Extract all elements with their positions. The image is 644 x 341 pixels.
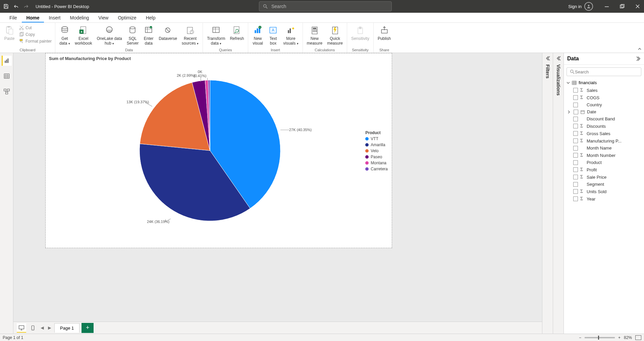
menu-tab-view[interactable]: View (94, 13, 113, 22)
search-bar[interactable] (259, 1, 392, 11)
field-checkbox[interactable] (573, 153, 578, 158)
signin-button[interactable]: Sign in (568, 2, 593, 11)
field-row[interactable]: Σ Sales (564, 87, 644, 94)
legend-item[interactable]: Montana (365, 161, 388, 165)
publish-button[interactable]: Publish (376, 24, 393, 42)
field-row[interactable]: ΣProfit (564, 166, 644, 173)
field-row[interactable]: Segment (564, 181, 644, 188)
paste-button[interactable]: Paste (2, 24, 17, 42)
maximize-icon[interactable] (619, 3, 626, 10)
collapse-ribbon-icon[interactable] (637, 47, 642, 51)
field-checkbox[interactable] (573, 95, 578, 100)
group-label-share: Share (379, 48, 389, 53)
field-row[interactable]: Country (564, 101, 644, 108)
visualizations-pane-collapsed[interactable]: Visualizations (553, 53, 564, 334)
chevron-right-icon[interactable] (635, 56, 641, 61)
recent-sources-icon (185, 25, 196, 36)
search-input[interactable] (271, 4, 388, 9)
field-row[interactable]: ΣYear (564, 195, 644, 203)
field-checkbox[interactable] (573, 175, 578, 179)
get-data-button[interactable]: Get data ▾ (57, 24, 72, 47)
field-checkbox[interactable] (573, 146, 578, 151)
zoom-in-button[interactable]: + (618, 335, 621, 340)
refresh-icon (231, 25, 242, 36)
enter-data-button[interactable]: +Enter data (141, 24, 156, 46)
sensitivity-button[interactable]: Sensitivity (349, 24, 371, 42)
chevron-left-icon[interactable] (556, 56, 561, 61)
field-row[interactable]: ΣUnits Sold (564, 188, 644, 195)
save-icon[interactable] (3, 3, 9, 10)
copy-button[interactable]: Copy (17, 32, 53, 38)
fit-to-page-icon[interactable] (635, 335, 641, 340)
menu-tab-optimize[interactable]: Optimize (113, 13, 141, 22)
recent-sources-button[interactable]: Recent sources ▾ (180, 24, 201, 47)
field-row[interactable]: ΣDiscounts (564, 122, 644, 130)
new-visual-button[interactable]: +New visual (250, 24, 265, 46)
legend-item[interactable]: VTT (365, 136, 388, 141)
mobile-layout-icon[interactable] (28, 323, 38, 333)
minimize-icon[interactable] (603, 3, 610, 10)
field-row[interactable]: Discount Band (564, 115, 644, 122)
prev-page-icon[interactable]: ◄ (40, 325, 45, 331)
legend-item[interactable]: Paseo (365, 155, 388, 159)
chevron-left-icon[interactable] (545, 56, 550, 61)
redo-icon[interactable] (23, 3, 30, 10)
close-icon[interactable] (634, 3, 641, 10)
legend-item[interactable]: Velo (365, 149, 388, 153)
field-checkbox[interactable] (573, 160, 578, 165)
field-row[interactable]: Month Name (564, 145, 644, 152)
field-checkbox[interactable] (573, 103, 578, 107)
menu-tab-insert[interactable]: Insert (44, 13, 65, 22)
page-tab[interactable]: Page 1 (54, 323, 79, 333)
new-measure-button[interactable]: New measure (305, 24, 325, 46)
field-checkbox[interactable] (573, 131, 578, 136)
field-checkbox[interactable] (574, 110, 578, 114)
format-painter-button[interactable]: Format painter (17, 38, 53, 44)
undo-icon[interactable] (13, 3, 19, 10)
data-search[interactable] (567, 67, 641, 76)
refresh-button[interactable]: Refresh (228, 24, 246, 42)
field-checkbox[interactable] (573, 189, 578, 194)
data-view-icon[interactable] (2, 71, 12, 81)
next-page-icon[interactable]: ► (47, 325, 52, 331)
model-view-icon[interactable] (2, 87, 12, 97)
legend-item[interactable]: Amarilla (365, 143, 388, 147)
field-row[interactable]: ΣManufacturing P... (564, 137, 644, 145)
field-row[interactable]: ΣMonth Number (564, 152, 644, 159)
excel-workbook-button[interactable]: XExcel workbook (73, 24, 94, 46)
report-view-icon[interactable] (2, 56, 12, 66)
field-row[interactable]: ΣGross Sales (564, 130, 644, 137)
field-checkbox[interactable] (573, 117, 578, 121)
menu-tab-file[interactable]: File (5, 13, 22, 22)
zoom-out-button[interactable]: − (579, 335, 581, 340)
menu-tab-modeling[interactable]: Modeling (65, 13, 94, 22)
field-row[interactable]: Product (564, 159, 644, 166)
add-page-button[interactable]: + (82, 323, 94, 333)
desktop-layout-icon[interactable] (17, 323, 26, 333)
cut-button[interactable]: Cut (17, 25, 53, 31)
field-checkbox[interactable] (573, 88, 578, 93)
field-row[interactable]: Date (564, 108, 644, 115)
menu-tab-help[interactable]: Help (141, 13, 160, 22)
data-search-input[interactable] (575, 69, 638, 74)
dataverse-button[interactable]: Dataverse (157, 24, 179, 42)
pie-chart-visual[interactable]: Sum of Manufacturing Price by Product 27… (45, 53, 392, 248)
field-checkbox[interactable] (573, 196, 578, 201)
text-box-button[interactable]: AText box (266, 24, 280, 46)
field-row[interactable]: ΣCOGS (564, 94, 644, 101)
quick-measure-button[interactable]: Quick measure (325, 24, 345, 46)
field-checkbox[interactable] (573, 124, 578, 128)
field-checkbox[interactable] (573, 138, 578, 143)
table-node[interactable]: financials (564, 79, 644, 87)
field-checkbox[interactable] (573, 182, 578, 187)
field-checkbox[interactable] (573, 167, 578, 172)
more-visuals-button[interactable]: More visuals ▾ (281, 24, 300, 47)
zoom-slider[interactable] (585, 337, 615, 338)
onelake-button[interactable]: OneLake data hub ▾ (95, 24, 124, 47)
menu-tab-home[interactable]: Home (22, 13, 44, 22)
filters-pane-collapsed[interactable]: Filters (542, 53, 553, 334)
legend-item[interactable]: Carretera (365, 167, 388, 171)
transform-data-button[interactable]: Transform data ▾ (205, 24, 227, 47)
sql-server-button[interactable]: SQL Server (125, 24, 141, 46)
field-row[interactable]: ΣSale Price (564, 173, 644, 181)
